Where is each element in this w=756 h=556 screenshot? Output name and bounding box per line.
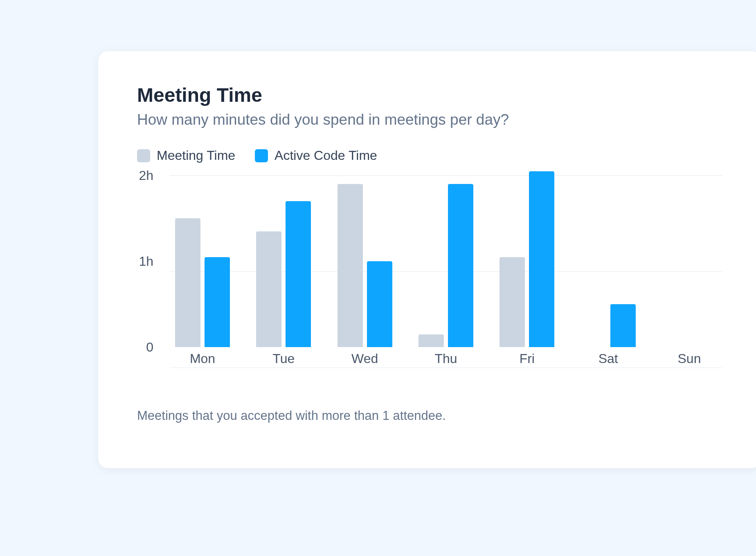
bar-meeting-time[interactable] <box>338 184 363 347</box>
bar-group <box>332 184 398 347</box>
legend-label-meeting-time: Meeting Time <box>157 148 235 163</box>
legend-item-meeting-time[interactable]: Meeting Time <box>137 148 235 163</box>
chart-legend: Meeting Time Active Code Time <box>137 148 722 163</box>
bar-meeting-time[interactable] <box>175 218 200 347</box>
x-axis-label: Thu <box>413 351 479 366</box>
bar-group <box>413 184 479 347</box>
meeting-time-card: Meeting Time How many minutes did you sp… <box>98 51 756 468</box>
card-title: Meeting Time <box>137 84 722 106</box>
x-axis-label: Sat <box>576 351 641 366</box>
bar-group <box>170 218 235 347</box>
bar-active-code-time[interactable] <box>367 261 392 347</box>
bar-active-code-time[interactable] <box>205 257 230 348</box>
bar-group <box>494 171 560 348</box>
y-tick-2h: 2h <box>139 168 153 183</box>
bar-meeting-time[interactable] <box>418 334 444 348</box>
bar-active-code-time[interactable] <box>610 304 636 347</box>
x-axis-label: Tue <box>251 351 316 366</box>
x-axis: MonTueWedThuFriSatSun <box>170 351 722 366</box>
legend-label-active-code-time: Active Code Time <box>274 148 377 163</box>
y-tick-0: 0 <box>146 340 153 355</box>
bar-group <box>251 201 316 347</box>
bar-active-code-time[interactable] <box>286 201 311 347</box>
card-footnote: Meetings that you accepted with more tha… <box>137 408 722 423</box>
x-axis-label: Fri <box>494 351 560 366</box>
legend-swatch-gray <box>137 149 150 162</box>
page-background: Meeting Time How many minutes did you sp… <box>0 0 756 556</box>
x-axis-label: Sun <box>657 351 722 366</box>
card-subtitle: How many minutes did you spend in meetin… <box>137 111 722 128</box>
x-axis-label: Mon <box>170 351 235 366</box>
bar-meeting-time[interactable] <box>256 231 281 348</box>
y-axis: 2h 1h 0 <box>137 175 162 347</box>
bar-meeting-time[interactable] <box>500 257 525 348</box>
bar-active-code-time[interactable] <box>448 184 473 347</box>
gridline <box>170 368 722 368</box>
bar-group <box>576 304 641 347</box>
legend-swatch-blue <box>255 149 268 162</box>
chart-container: 2h 1h 0 MonTueWedThuFriSatSun <box>137 175 722 368</box>
plot-area <box>170 175 722 347</box>
x-axis-label: Wed <box>332 351 398 366</box>
bar-active-code-time[interactable] <box>529 171 554 348</box>
legend-item-active-code-time[interactable]: Active Code Time <box>255 148 377 163</box>
y-tick-1h: 1h <box>139 254 153 269</box>
